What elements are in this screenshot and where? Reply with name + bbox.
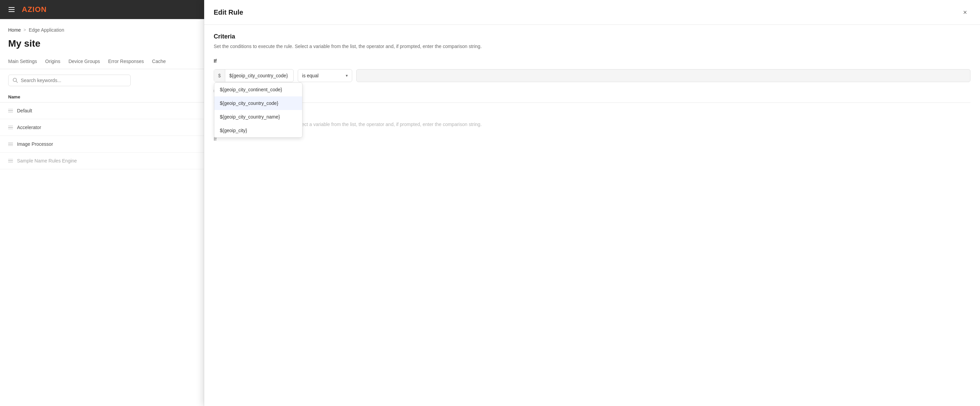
table-row: Default [0,102,204,119]
dropdown-item-country-code[interactable]: ${geoip_city_country_code} [215,96,302,110]
table-header-name: Name [8,94,20,99]
tab-device-groups[interactable]: Device Groups [68,54,100,69]
breadcrumb: Home > Edge Application [0,19,204,35]
row-name-sample: Sample Name Rules Engine [17,158,77,163]
tab-cache[interactable]: Cache [152,54,166,69]
svg-line-1 [16,82,18,83]
drag-icon [8,142,13,146]
tab-origins[interactable]: Origins [45,54,60,69]
drag-icon [8,159,13,163]
table-row: Image Processor [0,136,204,153]
table-body: Default Accelerator Image Processor Samp… [0,102,204,169]
search-input[interactable] [21,78,126,83]
row-name-accelerator: Accelerator [17,125,41,130]
row-name-default: Default [17,108,32,113]
behaviours-description: Set the conditions to execute the rule. … [214,121,970,128]
hamburger-icon [8,7,14,12]
criteria-title: Criteria [214,33,970,40]
table-row: Accelerator [0,119,204,136]
table-row: Sample Name Rules Engine [0,153,204,169]
behaviours-if-label: If [214,136,970,142]
search-box [8,75,130,86]
variable-dropdown: ${geoip_city_continent_code} ${geoip_cit… [214,82,302,137]
operator-value: is equal [302,73,318,78]
behaviours-title: Behaviours [214,111,970,118]
chevron-down-icon: ▾ [346,73,348,78]
criteria-section: Criteria Set the conditions to execute t… [214,33,970,96]
dropdown-item-country-name[interactable]: ${geoip_city_country_name} [215,110,302,124]
row-name-image-processor: Image Processor [17,141,53,147]
search-icon [13,78,18,83]
tab-error-responses[interactable]: Error Responses [108,54,144,69]
criteria-row: $ ${geoip_city_country_code} ${geoip_cit… [214,69,970,82]
left-panel: Home > Edge Application My site Main Set… [0,19,204,406]
main-area: Home > Edge Application My site Main Set… [0,19,980,406]
dropdown-item-continent[interactable]: ${geoip_city_continent_code} [215,83,302,96]
table-header: Name [0,92,204,102]
variable-value[interactable]: ${geoip_city_country_code} [225,69,293,82]
page-title: My site [0,35,204,54]
drag-icon [8,126,13,129]
dropdown-item-city[interactable]: ${geoip_city} [215,124,302,137]
drag-icon [8,109,13,113]
hamburger-button[interactable] [5,3,18,16]
search-area [0,69,204,92]
breadcrumb-current: Edge Application [29,27,64,33]
variable-prefix: $ [214,69,225,82]
logo: AZION [22,5,47,14]
section-divider [214,102,970,103]
variable-select[interactable]: $ ${geoip_city_country_code} ${geoip_cit… [214,69,294,82]
edit-rule-modal: Edit Rule × Criteria Set the conditions … [204,19,980,406]
if-label: If [214,58,970,64]
criteria-description: Set the conditions to execute the rule. … [214,43,970,50]
tabs: Main Settings Origins Device Groups Erro… [0,54,204,69]
criteria-value-input[interactable] [356,69,970,82]
app-container: AZION Home > Edge Application My site Ma… [0,0,980,406]
breadcrumb-home[interactable]: Home [8,27,21,33]
breadcrumb-separator: > [24,27,26,32]
modal-body: Criteria Set the conditions to execute t… [204,25,980,406]
behaviours-section: Behaviours Set the conditions to execute… [214,111,970,142]
modal-header: Edit Rule × [204,19,980,25]
tab-main-settings[interactable]: Main Settings [8,54,37,69]
operator-select[interactable]: is equal ▾ [298,69,352,82]
